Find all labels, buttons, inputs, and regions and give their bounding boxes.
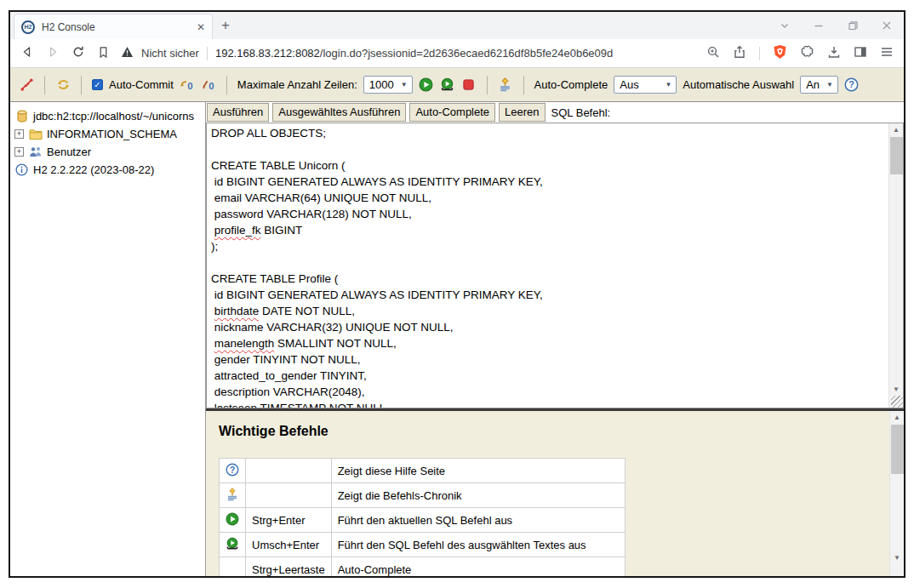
autocomplete-button[interactable]: Auto-Complete (409, 103, 495, 122)
tab-title: H2 Console (42, 21, 190, 33)
sql-editor-container: DROP ALL OBJECTS; CREATE TABLE Unicorn (… (206, 123, 904, 408)
reload-icon[interactable] (71, 45, 85, 61)
url-host: 192.168.83.212:8082 (215, 47, 320, 60)
expand-icon[interactable]: + (14, 129, 24, 139)
scroll-down-icon[interactable]: ▼ (890, 551, 904, 564)
svg-text:?: ? (230, 465, 235, 474)
screenshot-frame: H2 H2 Console ✕ + (0, 0, 914, 588)
extensions-icon[interactable] (800, 45, 814, 62)
zoom-icon[interactable] (706, 45, 720, 61)
run-selected-icon (226, 540, 239, 553)
table-row: Umsch+Enter Führt den SQL Befehl des aus… (220, 533, 626, 557)
toolbar-separator (487, 76, 488, 94)
menu-icon[interactable] (880, 45, 894, 61)
scroll-up-icon[interactable]: ▲ (889, 123, 903, 136)
database-tree: jdbc:h2:tcp://localhost/~/unicorns + INF… (10, 102, 206, 576)
tab-close-icon[interactable]: ✕ (197, 22, 205, 32)
toolbar-separator (44, 76, 45, 94)
max-rows-select[interactable]: 1000 ▼ (363, 76, 413, 94)
stop-icon[interactable] (461, 77, 477, 93)
tree-item-label: INFORMATION_SCHEMA (47, 128, 177, 140)
shortcut-cell: Strg+Enter (246, 508, 332, 533)
h2-favicon: H2 (21, 20, 35, 34)
sql-command-label: SQL Befehl: (551, 106, 611, 119)
autoselect-value: An (806, 78, 820, 91)
toolbar-separator (523, 76, 524, 94)
share-icon[interactable] (733, 45, 746, 61)
max-rows-label: Maximale Anzahl Zeilen: (237, 78, 357, 91)
tree-item-label: jdbc:h2:tcp://localhost/~/unicorns (33, 110, 194, 123)
auto-commit-checkbox[interactable]: ✓ (92, 79, 103, 90)
tree-item-users[interactable]: + Benutzer (14, 143, 202, 161)
new-tab-button[interactable]: + (213, 12, 238, 39)
refresh-icon[interactable] (55, 77, 71, 93)
folder-icon (28, 128, 43, 140)
back-icon[interactable] (20, 45, 34, 61)
tree-item-database[interactable]: jdbc:h2:tcp://localhost/~/unicorns (14, 107, 202, 125)
chevron-down-icon: ▼ (665, 81, 671, 88)
brave-shield-icon[interactable] (773, 44, 787, 62)
clear-button[interactable]: Leeren (499, 103, 545, 122)
max-rows-value: 1000 (369, 78, 394, 91)
run-icon[interactable] (419, 77, 434, 93)
bookmark-icon[interactable] (97, 46, 110, 61)
scroll-down-icon[interactable]: ▼ (889, 383, 903, 396)
actions-divider (759, 47, 760, 60)
users-icon (28, 146, 43, 157)
resize-handle[interactable] (891, 396, 903, 408)
chevron-down-icon: ▼ (401, 81, 408, 88)
warning-icon (121, 46, 134, 60)
sql-editor[interactable]: DROP ALL OBJECTS; CREATE TABLE Unicorn (… (207, 123, 888, 408)
tree-item-information-schema[interactable]: + INFORMATION_SCHEMA (14, 125, 202, 143)
query-area: Ausführen Ausgewähltes Ausführen Auto-Co… (206, 102, 904, 576)
table-row: Zeigt die Befehls-Chronik (220, 483, 626, 508)
autocomplete-label: Auto-Complete (534, 78, 608, 91)
description-cell: Auto-Complete (331, 557, 625, 577)
help-table: ? Zeigt diese Hilfe Seite Zeigt die Befe… (219, 458, 626, 576)
rollback-icon[interactable]: 0 (201, 77, 216, 93)
commit-icon[interactable]: 0 (180, 77, 195, 93)
autoselect-select[interactable]: An ▼ (800, 76, 838, 94)
tree-item-label: Benutzer (47, 146, 91, 158)
url-field[interactable]: Nicht sicher 192.168.83.212:8082/login.d… (121, 46, 695, 60)
expand-icon[interactable]: + (14, 147, 24, 157)
help-icon[interactable]: ? (844, 77, 860, 93)
toolbar-separator (226, 76, 227, 94)
help-panel: Wichtige Befehle ? Zeigt diese Hilfe Sei… (206, 411, 904, 576)
disconnect-icon[interactable] (19, 77, 34, 93)
history-icon[interactable] (498, 77, 513, 93)
shortcut-cell: Strg+Leertaste (246, 557, 332, 577)
scroll-thumb[interactable] (890, 137, 903, 174)
close-icon[interactable] (870, 12, 904, 39)
address-bar: Nicht sicher 192.168.83.212:8082/login.d… (10, 39, 904, 68)
description-cell: Führt den aktuellen SQL Befehl aus (331, 508, 625, 533)
table-row: Strg+Enter Führt den aktuellen SQL Befeh… (220, 508, 626, 533)
chevron-down-icon[interactable] (768, 12, 802, 39)
address-bar-actions (706, 44, 894, 62)
autoselect-label: Automatische Auswahl (683, 78, 794, 91)
scroll-up-icon[interactable]: ▲ (890, 411, 904, 424)
main-area: jdbc:h2:tcp://localhost/~/unicorns + INF… (10, 102, 904, 576)
minimize-icon[interactable] (802, 12, 836, 39)
autocomplete-select[interactable]: Aus ▼ (614, 76, 677, 94)
run-selected-icon[interactable] (440, 77, 455, 93)
browser-window: H2 H2 Console ✕ + (9, 10, 905, 578)
scroll-thumb[interactable] (891, 425, 904, 474)
forward-icon[interactable] (46, 45, 60, 61)
run-selected-button[interactable]: Ausgewähltes Ausführen (272, 103, 406, 122)
history-icon (226, 491, 239, 504)
url-path: /login.do?jsessionid=2d2636ecaed6216df8b… (320, 47, 613, 60)
database-icon (14, 110, 29, 123)
tree-item-version: H2 2.2.222 (2023-08-22) (14, 161, 202, 179)
maximize-icon[interactable] (836, 12, 870, 39)
auto-commit-label: Auto-Commit (109, 78, 174, 91)
autocomplete-value: Aus (620, 78, 638, 91)
tab-bar: H2 H2 Console ✕ + (10, 12, 904, 39)
download-icon[interactable] (827, 45, 841, 61)
sidebar-toggle-icon[interactable] (854, 45, 867, 61)
help-scrollbar[interactable]: ▲ ▼ (889, 411, 904, 576)
browser-tab[interactable]: H2 H2 Console ✕ (14, 14, 213, 39)
shortcut-cell (246, 483, 332, 508)
sql-scrollbar[interactable]: ▲ ▼ (888, 123, 903, 408)
run-button[interactable]: Ausführen (207, 103, 269, 122)
